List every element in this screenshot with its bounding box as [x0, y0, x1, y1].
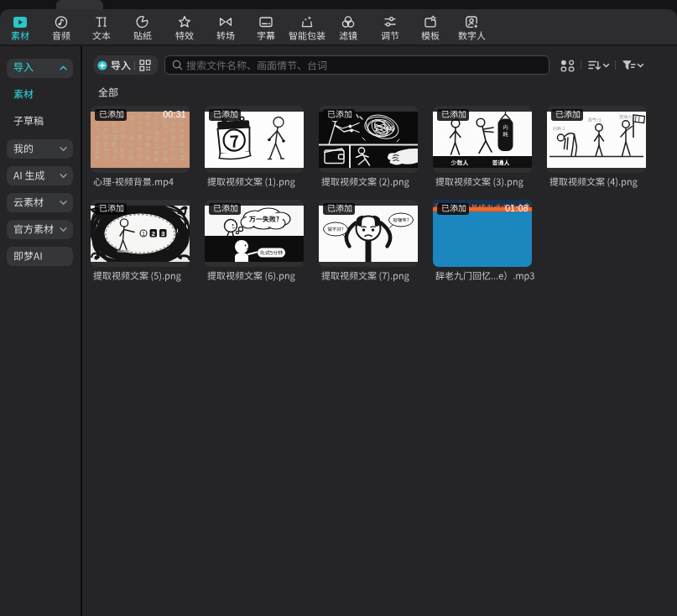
- svg-text:1: 1: [142, 230, 145, 236]
- svg-text:2: 2: [151, 229, 155, 237]
- svg-text:3: 3: [161, 229, 165, 237]
